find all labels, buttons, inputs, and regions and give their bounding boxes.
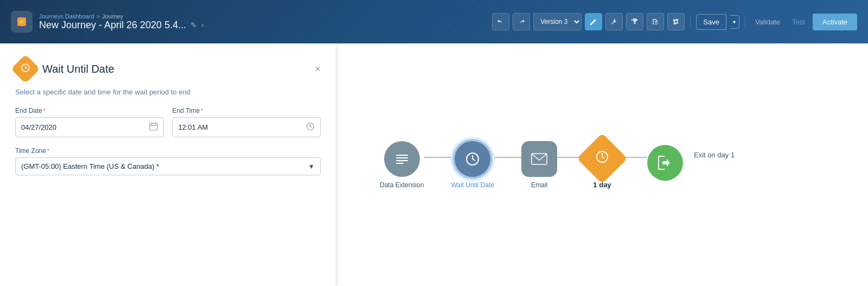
save-dropdown-button[interactable]: ▾ bbox=[730, 15, 739, 29]
end-date-value: 04/27/2020 bbox=[21, 123, 56, 131]
end-time-label: End Time * bbox=[173, 107, 321, 115]
panel-subtitle: Select a specific date and time for the … bbox=[15, 88, 321, 96]
data-extension-label: Data Extension bbox=[380, 181, 424, 189]
journey-canvas: Data Extension Wait Until Date bbox=[336, 43, 868, 286]
page-title: New Journey - April 26 2020 5.4... ✎ › bbox=[39, 20, 204, 31]
wait-until-date-icon[interactable] bbox=[455, 141, 490, 177]
journey-title-text: New Journey - April 26 2020 5.4... bbox=[39, 20, 186, 31]
svg-line-4 bbox=[25, 68, 27, 69]
validate-button[interactable]: Validate bbox=[751, 15, 784, 29]
wait-until-date-panel: Wait Until Date × Select a specific date… bbox=[0, 43, 336, 286]
test-button[interactable]: Test bbox=[788, 15, 809, 29]
end-time-value: 12:01 AM bbox=[178, 123, 208, 131]
forward-icon[interactable]: › bbox=[201, 21, 204, 29]
save-button[interactable]: Save bbox=[696, 14, 726, 30]
breadcrumb-current: Journey bbox=[102, 13, 123, 20]
connector-2 bbox=[494, 157, 521, 158]
one-day-node: 1 day bbox=[584, 141, 620, 189]
breadcrumb: Journeys Dashboard > Journey New Journey… bbox=[39, 13, 204, 31]
export-button[interactable] bbox=[647, 13, 664, 30]
trophy-button[interactable] bbox=[626, 13, 643, 30]
end-date-input[interactable]: 04/27/2020 bbox=[15, 117, 164, 137]
toolbar: Version 3 Save ▾ Validate Test Activate bbox=[492, 13, 857, 30]
svg-rect-0 bbox=[17, 17, 26, 26]
wait-until-date-icon bbox=[11, 54, 40, 84]
timezone-select[interactable]: (GMT-05:00) Eastern Time (US & Canada) *… bbox=[15, 157, 321, 175]
end-time-input[interactable]: 12:01 AM bbox=[173, 117, 321, 137]
connector-1 bbox=[424, 157, 451, 158]
wait-until-date-label: Wait Until Date bbox=[451, 181, 494, 189]
panel-title: Wait Until Date bbox=[42, 63, 114, 75]
svg-rect-14 bbox=[396, 160, 408, 161]
timezone-label: Time Zone * bbox=[15, 147, 321, 155]
email-node: Email bbox=[521, 141, 557, 189]
close-panel-button[interactable]: × bbox=[315, 64, 321, 74]
settings-button[interactable] bbox=[667, 13, 685, 30]
undo-button[interactable] bbox=[492, 13, 509, 30]
timezone-value: (GMT-05:00) Eastern Time (US & Canada) * bbox=[21, 162, 159, 170]
date-time-row: End Date * 04/27/2020 bbox=[15, 107, 321, 137]
pin-button[interactable] bbox=[605, 13, 623, 30]
version-selector[interactable]: Version 3 bbox=[533, 13, 582, 30]
edit-title-icon[interactable]: ✎ bbox=[190, 21, 197, 29]
one-day-icon[interactable] bbox=[577, 133, 627, 183]
email-label: Email bbox=[531, 181, 547, 189]
pencil-button[interactable] bbox=[585, 13, 602, 30]
breadcrumb-path: Journeys Dashboard > Journey bbox=[39, 13, 204, 20]
end-time-group: End Time * 12:01 AM bbox=[173, 107, 321, 137]
calendar-icon bbox=[149, 122, 158, 132]
data-extension-node: Data Extension bbox=[380, 141, 424, 189]
breadcrumb-separator: > bbox=[97, 13, 100, 20]
svg-rect-12 bbox=[396, 155, 408, 156]
app-logo bbox=[11, 11, 33, 33]
end-date-label: End Date * bbox=[15, 107, 164, 115]
dropdown-arrow-icon: ▼ bbox=[308, 163, 315, 170]
email-icon[interactable] bbox=[521, 141, 557, 177]
panel-title-row: Wait Until Date bbox=[15, 59, 114, 79]
end-date-group: End Date * 04/27/2020 bbox=[15, 107, 164, 137]
toolbar-divider bbox=[690, 15, 691, 28]
activate-button[interactable]: Activate bbox=[813, 14, 857, 30]
clock-icon bbox=[306, 122, 315, 132]
breadcrumb-parent[interactable]: Journeys Dashboard bbox=[39, 13, 94, 20]
svg-rect-5 bbox=[150, 123, 157, 130]
svg-line-18 bbox=[473, 159, 475, 161]
timezone-required: * bbox=[47, 148, 49, 154]
header-left: Journeys Dashboard > Journey New Journey… bbox=[11, 11, 492, 33]
timezone-group: Time Zone * (GMT-05:00) Eastern Time (US… bbox=[15, 147, 321, 175]
svg-line-22 bbox=[602, 157, 604, 158]
end-date-required: * bbox=[43, 108, 46, 114]
wait-until-date-node: Wait Until Date bbox=[451, 141, 494, 189]
main-content: Wait Until Date × Select a specific date… bbox=[0, 43, 868, 286]
redo-button[interactable] bbox=[513, 13, 530, 30]
toolbar-divider-2 bbox=[745, 15, 745, 28]
header: Journeys Dashboard > Journey New Journey… bbox=[0, 0, 868, 43]
svg-point-1 bbox=[20, 20, 23, 23]
svg-rect-15 bbox=[396, 163, 404, 164]
end-time-required: * bbox=[201, 108, 203, 114]
journey-flow: Data Extension Wait Until Date bbox=[380, 141, 735, 189]
exit-icon[interactable] bbox=[647, 145, 683, 181]
data-extension-icon[interactable] bbox=[384, 141, 420, 177]
svg-rect-13 bbox=[396, 157, 408, 158]
panel-header: Wait Until Date × bbox=[15, 59, 321, 79]
exit-node: Exit on day 1 bbox=[647, 145, 735, 185]
exit-label: Exit on day 1 bbox=[694, 151, 735, 159]
svg-line-11 bbox=[310, 126, 312, 128]
